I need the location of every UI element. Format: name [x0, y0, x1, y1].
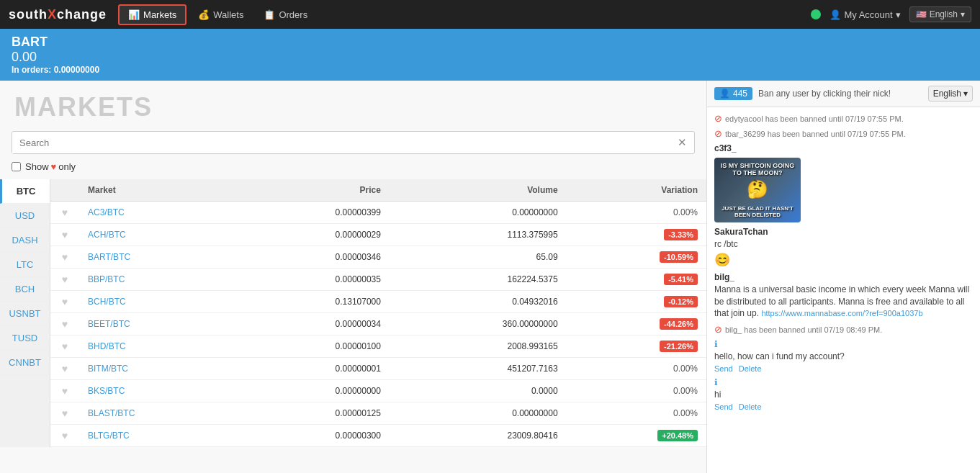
tab-usnbt[interactable]: USNBT: [0, 302, 50, 326]
nav-items: 📊 Markets 💰 Wallets 📋 Orders: [118, 4, 316, 25]
col-market: Market: [79, 179, 236, 202]
tab-btc[interactable]: BTC: [0, 179, 50, 204]
chat-actions: Send Delete: [714, 402, 973, 411]
chat-link[interactable]: https://www.mannabase.com/?ref=900a1037b: [761, 309, 922, 317]
variation-cell: +20.48%: [567, 425, 706, 447]
favorite-icon[interactable]: ♥: [62, 229, 68, 240]
favorites-label[interactable]: Show ♥ only: [25, 161, 76, 172]
tab-bch[interactable]: BCH: [0, 277, 50, 302]
table-row: ♥ BEET/BTC 0.00000034 360.00000000 -44.2…: [50, 313, 706, 335]
market-link[interactable]: BLTG/BTC: [88, 431, 130, 441]
delete-link[interactable]: Delete: [739, 364, 762, 373]
market-link[interactable]: BLAST/BTC: [88, 408, 135, 418]
market-link[interactable]: BBP/BTC: [88, 274, 125, 284]
price-cell: 0.00000100: [236, 335, 390, 358]
col-fav: [50, 179, 79, 202]
favorite-icon[interactable]: ♥: [62, 251, 68, 263]
market-link[interactable]: ACH/BTC: [88, 230, 126, 240]
chat-messages: ⊘ edytyacool has been banned until 07/19…: [707, 107, 980, 473]
chat-username[interactable]: SakuraTchan: [714, 227, 973, 237]
variation-cell: 0.00%: [567, 380, 706, 402]
language-selector[interactable]: 🇺🇸 English ▾: [909, 6, 971, 22]
chat-language-selector[interactable]: English ▾: [928, 86, 973, 102]
price-cell: 0.00000001: [236, 358, 390, 380]
chat-username[interactable]: c3f3_: [714, 143, 973, 153]
nav-markets[interactable]: 📊 Markets: [118, 4, 186, 25]
tab-ltc[interactable]: LTC: [0, 253, 50, 277]
chat-actions: Send Delete: [714, 364, 973, 373]
clear-search-button[interactable]: ✕: [670, 132, 694, 153]
ban-icon: ⊘: [714, 113, 722, 124]
tab-dash[interactable]: DASH: [0, 228, 50, 253]
tab-usd[interactable]: USD: [0, 204, 50, 228]
variation-badge: -3.33%: [664, 229, 698, 240]
nav-orders[interactable]: 📋 Orders: [255, 6, 316, 24]
send-link[interactable]: Send: [714, 364, 733, 373]
col-price: Price: [236, 179, 390, 202]
market-cell: BHD/BTC: [79, 335, 236, 358]
variation-badge: -10.59%: [660, 251, 698, 263]
market-link[interactable]: BART/BTC: [88, 252, 130, 262]
favorite-icon[interactable]: ♥: [62, 385, 68, 397]
nav-wallets[interactable]: 💰 Wallets: [189, 6, 252, 24]
volume-cell: 0.04932016: [390, 291, 567, 313]
favorite-icon[interactable]: ♥: [62, 363, 68, 374]
my-account-button[interactable]: 👤 My Account ▾: [830, 9, 900, 20]
chart-bar-icon: 📊: [128, 9, 140, 20]
send-link[interactable]: Send: [714, 402, 733, 411]
variation-cell: -44.26%: [567, 313, 706, 335]
volume-cell: 0.0000: [390, 380, 567, 402]
price-cell: 0.00000399: [236, 202, 390, 224]
table-row: ♥ BLAST/BTC 0.00000125 0.00000000 0.00%: [50, 402, 706, 425]
variation-value: 0.00%: [673, 207, 698, 217]
table-row: ♥ BLTG/BTC 0.00000300 23009.80416 +20.48…: [50, 425, 706, 447]
language-label: English: [930, 9, 958, 19]
table-row: ♥ BHD/BTC 0.00000100 2008.993165 -21.26%: [50, 335, 706, 358]
left-panel: MARKETS ✕ Show ♥ only BTC USD DASH LTC B…: [0, 81, 706, 473]
top-nav: southXchange 📊 Markets 💰 Wallets 📋 Order…: [0, 0, 980, 29]
favorites-checkbox[interactable]: [12, 162, 21, 171]
volume-cell: 65.09: [390, 246, 567, 269]
variation-cell: -10.59%: [567, 246, 706, 269]
market-table-wrap: Market Price Volume Variation ♥ AC3/BTC …: [50, 179, 706, 447]
variation-cell: -3.33%: [567, 224, 706, 246]
coin-header: BART 0.00 In orders: 0.00000000: [0, 29, 980, 81]
col-variation: Variation: [567, 179, 706, 202]
table-row: ♥ BKS/BTC 0.00000000 0.0000 0.00%: [50, 380, 706, 402]
favorite-icon[interactable]: ♥: [62, 296, 68, 307]
variation-cell: -0.12%: [567, 291, 706, 313]
favorite-icon[interactable]: ♥: [62, 207, 68, 218]
fav-cell: ♥: [50, 402, 79, 425]
price-cell: 0.00000035: [236, 269, 390, 291]
market-cell: BBP/BTC: [79, 269, 236, 291]
table-row: ♥ BBP/BTC 0.00000035 162224.5375 -5.41%: [50, 269, 706, 291]
volume-cell: 23009.80416: [390, 425, 567, 447]
favorite-icon[interactable]: ♥: [62, 274, 68, 285]
delete-link[interactable]: Delete: [739, 402, 762, 411]
market-link[interactable]: BCH/BTC: [88, 297, 126, 307]
ban-icon: ⊘: [714, 324, 722, 335]
fav-cell: ♥: [50, 313, 79, 335]
info-icon: ℹ: [714, 339, 973, 349]
market-link[interactable]: AC3/BTC: [88, 207, 125, 217]
volume-cell: 162224.5375: [390, 269, 567, 291]
favorite-icon[interactable]: ♥: [62, 407, 68, 419]
tab-cnnbt[interactable]: CNNBT: [0, 351, 50, 375]
chat-panel: 👤 445 Ban any user by clicking their nic…: [706, 81, 980, 473]
market-link[interactable]: BEET/BTC: [88, 319, 130, 329]
chat-username[interactable]: bilg_: [714, 272, 973, 282]
market-link[interactable]: BKS/BTC: [88, 386, 125, 396]
search-input[interactable]: [12, 132, 670, 153]
market-link[interactable]: BITM/BTC: [88, 364, 128, 374]
market-link[interactable]: BHD/BTC: [88, 341, 126, 351]
fav-cell: ♥: [50, 202, 79, 224]
favorite-icon[interactable]: ♥: [62, 318, 68, 330]
table-row: ♥ BART/BTC 0.00000346 65.09 -10.59%: [50, 246, 706, 269]
list-icon: 📋: [264, 9, 275, 20]
tab-tusd[interactable]: TUSD: [0, 326, 50, 351]
favorite-icon[interactable]: ♥: [62, 341, 68, 352]
market-cell: BITM/BTC: [79, 358, 236, 380]
volume-cell: 451207.7163: [390, 358, 567, 380]
wallet-icon: 💰: [198, 9, 210, 20]
favorite-icon[interactable]: ♥: [62, 430, 68, 441]
